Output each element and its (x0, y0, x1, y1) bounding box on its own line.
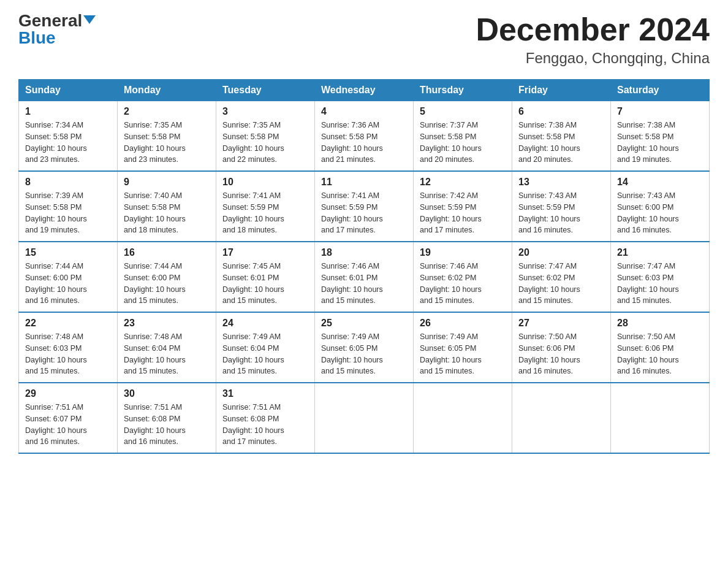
day-number: 8 (25, 177, 111, 188)
calendar-week-4: 22Sunrise: 7:48 AMSunset: 6:03 PMDayligh… (19, 312, 710, 383)
calendar-cell: 21Sunrise: 7:47 AMSunset: 6:03 PMDayligh… (611, 242, 710, 312)
calendar-cell: 13Sunrise: 7:43 AMSunset: 5:59 PMDayligh… (512, 171, 611, 242)
day-info: Sunrise: 7:49 AMSunset: 6:05 PMDaylight:… (321, 331, 407, 377)
day-info: Sunrise: 7:41 AMSunset: 5:59 PMDaylight:… (222, 190, 308, 236)
calendar-cell: 3Sunrise: 7:35 AMSunset: 5:58 PMDaylight… (216, 101, 315, 172)
day-info: Sunrise: 7:47 AMSunset: 6:02 PMDaylight:… (518, 261, 604, 307)
calendar-cell: 15Sunrise: 7:44 AMSunset: 6:00 PMDayligh… (19, 242, 118, 312)
calendar-cell: 1Sunrise: 7:34 AMSunset: 5:58 PMDaylight… (19, 101, 118, 172)
calendar-cell: 4Sunrise: 7:36 AMSunset: 5:58 PMDaylight… (315, 101, 414, 172)
header-cell-monday: Monday (118, 80, 216, 101)
calendar-cell: 10Sunrise: 7:41 AMSunset: 5:59 PMDayligh… (216, 171, 315, 242)
calendar-cell: 27Sunrise: 7:50 AMSunset: 6:06 PMDayligh… (512, 312, 611, 383)
calendar-cell: 24Sunrise: 7:49 AMSunset: 6:04 PMDayligh… (216, 312, 315, 383)
day-info: Sunrise: 7:46 AMSunset: 6:01 PMDaylight:… (321, 261, 407, 307)
day-number: 13 (518, 177, 604, 188)
day-info: Sunrise: 7:42 AMSunset: 5:59 PMDaylight:… (420, 190, 506, 236)
day-number: 23 (124, 318, 210, 329)
day-info: Sunrise: 7:43 AMSunset: 5:59 PMDaylight:… (518, 190, 604, 236)
calendar-week-5: 29Sunrise: 7:51 AMSunset: 6:07 PMDayligh… (19, 383, 710, 453)
header-cell-tuesday: Tuesday (216, 80, 315, 101)
day-info: Sunrise: 7:50 AMSunset: 6:06 PMDaylight:… (617, 331, 703, 377)
calendar-cell: 31Sunrise: 7:51 AMSunset: 6:08 PMDayligh… (216, 383, 315, 453)
day-number: 5 (420, 106, 506, 117)
logo-general: General (18, 12, 82, 29)
day-info: Sunrise: 7:46 AMSunset: 6:02 PMDaylight:… (420, 261, 506, 307)
calendar-cell: 22Sunrise: 7:48 AMSunset: 6:03 PMDayligh… (19, 312, 118, 383)
day-number: 17 (222, 247, 308, 258)
calendar-cell: 30Sunrise: 7:51 AMSunset: 6:08 PMDayligh… (118, 383, 216, 453)
day-info: Sunrise: 7:38 AMSunset: 5:58 PMDaylight:… (518, 120, 604, 166)
day-info: Sunrise: 7:36 AMSunset: 5:58 PMDaylight:… (321, 120, 407, 166)
calendar-cell: 18Sunrise: 7:46 AMSunset: 6:01 PMDayligh… (315, 242, 414, 312)
day-number: 19 (420, 247, 506, 258)
calendar-cell (611, 383, 710, 453)
day-info: Sunrise: 7:51 AMSunset: 6:08 PMDaylight:… (222, 402, 308, 448)
day-info: Sunrise: 7:49 AMSunset: 6:04 PMDaylight:… (222, 331, 308, 377)
logo: General Blue (18, 12, 96, 47)
day-number: 18 (321, 247, 407, 258)
day-info: Sunrise: 7:34 AMSunset: 5:58 PMDaylight:… (25, 120, 111, 166)
header-cell-friday: Friday (512, 80, 611, 101)
day-info: Sunrise: 7:38 AMSunset: 5:58 PMDaylight:… (617, 120, 703, 166)
page-header: General Blue December 2024 Fenggao, Chon… (18, 12, 710, 67)
day-info: Sunrise: 7:39 AMSunset: 5:58 PMDaylight:… (25, 190, 111, 236)
day-info: Sunrise: 7:45 AMSunset: 6:01 PMDaylight:… (222, 261, 308, 307)
day-info: Sunrise: 7:48 AMSunset: 6:04 PMDaylight:… (124, 331, 210, 377)
day-info: Sunrise: 7:35 AMSunset: 5:58 PMDaylight:… (124, 120, 210, 166)
day-number: 6 (518, 106, 604, 117)
calendar-cell: 14Sunrise: 7:43 AMSunset: 6:00 PMDayligh… (611, 171, 710, 242)
header-cell-sunday: Sunday (19, 80, 118, 101)
day-number: 15 (25, 247, 111, 258)
day-number: 11 (321, 177, 407, 188)
day-number: 1 (25, 106, 111, 117)
calendar-cell: 23Sunrise: 7:48 AMSunset: 6:04 PMDayligh… (118, 312, 216, 383)
day-number: 31 (222, 388, 308, 399)
calendar-cell: 12Sunrise: 7:42 AMSunset: 5:59 PMDayligh… (414, 171, 512, 242)
day-info: Sunrise: 7:44 AMSunset: 6:00 PMDaylight:… (25, 261, 111, 307)
calendar-cell: 8Sunrise: 7:39 AMSunset: 5:58 PMDaylight… (19, 171, 118, 242)
day-number: 14 (617, 177, 703, 188)
calendar-cell: 26Sunrise: 7:49 AMSunset: 6:05 PMDayligh… (414, 312, 512, 383)
day-number: 22 (25, 318, 111, 329)
header-cell-wednesday: Wednesday (315, 80, 414, 101)
header-cell-saturday: Saturday (611, 80, 710, 101)
calendar-cell: 29Sunrise: 7:51 AMSunset: 6:07 PMDayligh… (19, 383, 118, 453)
calendar-header: SundayMondayTuesdayWednesdayThursdayFrid… (19, 80, 710, 101)
calendar-cell: 28Sunrise: 7:50 AMSunset: 6:06 PMDayligh… (611, 312, 710, 383)
day-number: 20 (518, 247, 604, 258)
day-number: 27 (518, 318, 604, 329)
calendar-cell (512, 383, 611, 453)
page-subtitle: Fenggao, Chongqing, China (476, 50, 710, 67)
page-title: December 2024 (476, 12, 710, 47)
day-number: 26 (420, 318, 506, 329)
day-number: 3 (222, 106, 308, 117)
day-number: 9 (124, 177, 210, 188)
day-number: 16 (124, 247, 210, 258)
day-number: 24 (222, 318, 308, 329)
day-info: Sunrise: 7:44 AMSunset: 6:00 PMDaylight:… (124, 261, 210, 307)
logo-triangle-icon (83, 15, 96, 24)
header-cell-thursday: Thursday (414, 80, 512, 101)
day-number: 7 (617, 106, 703, 117)
calendar-cell: 19Sunrise: 7:46 AMSunset: 6:02 PMDayligh… (414, 242, 512, 312)
day-info: Sunrise: 7:40 AMSunset: 5:58 PMDaylight:… (124, 190, 210, 236)
day-number: 30 (124, 388, 210, 399)
day-info: Sunrise: 7:48 AMSunset: 6:03 PMDaylight:… (25, 331, 111, 377)
day-info: Sunrise: 7:41 AMSunset: 5:59 PMDaylight:… (321, 190, 407, 236)
calendar-cell: 25Sunrise: 7:49 AMSunset: 6:05 PMDayligh… (315, 312, 414, 383)
day-number: 29 (25, 388, 111, 399)
day-info: Sunrise: 7:35 AMSunset: 5:58 PMDaylight:… (222, 120, 308, 166)
day-info: Sunrise: 7:49 AMSunset: 6:05 PMDaylight:… (420, 331, 506, 377)
calendar-cell: 11Sunrise: 7:41 AMSunset: 5:59 PMDayligh… (315, 171, 414, 242)
calendar-cell: 6Sunrise: 7:38 AMSunset: 5:58 PMDaylight… (512, 101, 611, 172)
calendar-week-2: 8Sunrise: 7:39 AMSunset: 5:58 PMDaylight… (19, 171, 710, 242)
calendar-cell (315, 383, 414, 453)
calendar-cell: 20Sunrise: 7:47 AMSunset: 6:02 PMDayligh… (512, 242, 611, 312)
logo-blue: Blue (18, 29, 56, 47)
day-info: Sunrise: 7:47 AMSunset: 6:03 PMDaylight:… (617, 261, 703, 307)
day-info: Sunrise: 7:43 AMSunset: 6:00 PMDaylight:… (617, 190, 703, 236)
day-number: 4 (321, 106, 407, 117)
calendar-body: 1Sunrise: 7:34 AMSunset: 5:58 PMDaylight… (19, 101, 710, 454)
day-info: Sunrise: 7:37 AMSunset: 5:58 PMDaylight:… (420, 120, 506, 166)
